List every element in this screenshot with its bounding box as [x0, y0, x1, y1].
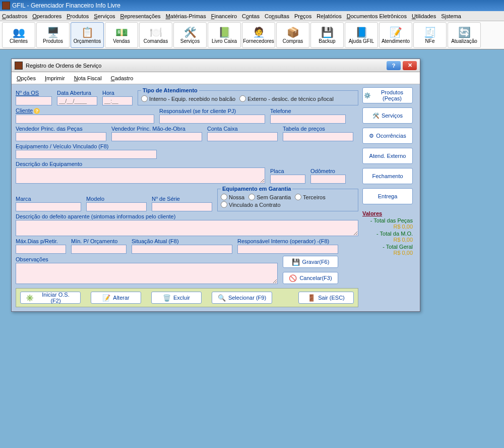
money-icon: 💵 [115, 26, 128, 38]
radio-interno[interactable]: Interno - Equip. recebido no balcão [141, 95, 235, 102]
alterar-button[interactable]: 📝Alterar [91, 292, 141, 304]
input-max-dias[interactable] [16, 245, 66, 254]
tool-orcamentos[interactable]: 📋Orçamentos [71, 22, 104, 48]
help-icon[interactable]: ? [34, 108, 40, 114]
dlg-menu-cadastro[interactable]: Cadastro [111, 75, 134, 81]
input-cliente[interactable] [16, 115, 154, 124]
tool-backup[interactable]: 💾Backup [310, 22, 344, 48]
input-sit-atual[interactable] [132, 245, 232, 254]
input-data-abertura[interactable] [57, 96, 97, 105]
menu-produtos[interactable]: Produtos [67, 13, 89, 19]
menu-contas[interactable]: Contas [242, 13, 260, 19]
menu-precos[interactable]: Preços [294, 13, 311, 19]
dlg-menu-opcoes[interactable]: Opções [17, 75, 36, 81]
side-entrega-button[interactable]: Entrega [362, 188, 413, 204]
iniciar-os-button[interactable]: ✳️Iniciar O.S. (F2) [20, 292, 81, 304]
clipboard-icon: 📋 [81, 26, 94, 38]
menu-utilidades[interactable]: Utilidades [412, 13, 436, 19]
lbl-modelo: Modelo [86, 196, 147, 202]
input-odometro[interactable] [310, 175, 346, 184]
lbl-cliente: Cliente? [16, 107, 154, 114]
lbl-tabela-precos: Tabela de preços [283, 126, 353, 132]
input-hora[interactable] [102, 96, 133, 105]
tool-servicos[interactable]: 🛠️Serviços [173, 22, 207, 48]
dialog-menu: Opções Imprimir Nota Fiscal Cadastro [12, 72, 420, 84]
main-menu-bar: Cadastros Operadores Produtos Serviços R… [0, 11, 504, 21]
lbl-hora: Hora [102, 90, 133, 96]
side-ocorrencias-button[interactable]: ⚙Ocorrências [362, 128, 413, 144]
input-tabela-precos[interactable] [283, 132, 353, 141]
dlg-menu-nota-fiscal[interactable]: Nota Fiscal [74, 75, 102, 81]
input-os-num[interactable] [16, 96, 52, 105]
input-desc-equip[interactable] [16, 167, 265, 184]
tool-fornecedores[interactable]: 🧑‍💼Fornecedores [242, 22, 275, 48]
legend-tipo-atendimento: Tipo de Atendimento [141, 87, 199, 93]
dialog-help-button[interactable]: ? [387, 61, 401, 70]
input-resp-interno[interactable] [237, 245, 338, 254]
menu-servicos[interactable]: Serviços [94, 13, 115, 19]
tool-livro-caixa[interactable]: 📗Livro Caixa [208, 22, 241, 48]
tool-atendimento[interactable]: 📝Atendimento [379, 22, 412, 48]
tool-clientes[interactable]: 👥Clientes [2, 22, 35, 48]
tool-ajuda[interactable]: 📘Ajuda GFIL [345, 22, 378, 48]
input-modelo[interactable] [86, 202, 147, 211]
tool-nfe[interactable]: 🧾NFe [413, 22, 447, 48]
side-servicos-button[interactable]: 🛠️Serviços [362, 107, 413, 124]
dlg-menu-imprimir[interactable]: Imprimir [45, 75, 65, 81]
input-vend-mo[interactable] [111, 132, 202, 141]
dialog-icon [15, 62, 23, 70]
valores-pecas-val: R$ 0,00 [362, 223, 413, 230]
menu-materias[interactable]: Matérias-Primas [166, 13, 206, 19]
input-min-orc[interactable] [71, 245, 127, 254]
menu-representacoes[interactable]: Representações [120, 13, 161, 19]
input-desc-defeito[interactable] [16, 220, 358, 236]
radio-gar-nossa[interactable]: Nossa [221, 194, 244, 200]
input-telefone[interactable] [270, 115, 346, 124]
radio-gar-sem[interactable]: Sem Garantia [248, 194, 291, 200]
tools-icon: 🛠️ [372, 113, 380, 119]
lbl-observacoes: Observações [16, 256, 278, 262]
tool-compras[interactable]: 📦Compras [276, 22, 309, 48]
menu-doc-eletronicos[interactable]: Documentos Eletrônicos [347, 13, 407, 19]
sair-button[interactable]: 🚪Sair (ESC) [298, 292, 354, 304]
menu-operadores[interactable]: Operadores [32, 13, 61, 19]
input-n-serie[interactable] [152, 202, 212, 211]
menu-relatorios[interactable]: Relatórios [317, 13, 342, 19]
cancel-button[interactable]: 🚫Cancelar(F3) [283, 272, 338, 284]
selecionar-button[interactable]: 🔍Selecionar (F9) [212, 292, 272, 304]
input-conta-caixa[interactable] [207, 132, 278, 141]
menu-cadastros[interactable]: Cadastros [2, 13, 27, 19]
tool-produtos[interactable]: 🖥️Produtos [36, 22, 70, 48]
trash-icon: 🗑️ [163, 294, 171, 302]
save-button[interactable]: 💾Gravar(F6) [283, 256, 338, 268]
lbl-resp-interno: Responsável Interno (operador) -(F8) [237, 238, 338, 244]
dialog-close-button[interactable]: ✕ [403, 61, 417, 70]
input-placa[interactable] [270, 175, 305, 184]
menu-financeiro[interactable]: Financeiro [211, 13, 237, 19]
input-responsavel-pj[interactable] [159, 115, 265, 124]
radio-gar-vinc[interactable]: Vinculado a Contrato [221, 201, 281, 208]
input-marca[interactable] [16, 202, 81, 211]
lbl-os-num: Nº da OS [16, 90, 52, 96]
excluir-button[interactable]: 🗑️Excluir [151, 292, 202, 304]
valores-geral-val: R$ 0,00 [362, 250, 413, 256]
input-observacoes[interactable] [16, 263, 278, 284]
side-atend-ext-button[interactable]: Atend. Externo [362, 148, 413, 164]
edit-icon: 📝 [102, 294, 110, 302]
valores-pecas-lbl: - Total das Peças [362, 217, 413, 223]
cancel-icon: 🚫 [289, 274, 297, 282]
computer-icon: 🖥️ [47, 26, 59, 38]
note-icon: 📝 [390, 26, 402, 38]
menu-consultas[interactable]: Consultas [265, 13, 289, 19]
radio-externo[interactable]: Externo - desloc. de técnico p/local [239, 95, 334, 102]
tool-vendas[interactable]: 💵Vendas [105, 22, 138, 48]
input-equip-vinc[interactable] [16, 150, 157, 159]
side-produtos-button[interactable]: ⚙️Produtos (Peças) [362, 87, 413, 103]
search-icon: 🔍 [218, 294, 226, 302]
input-vend-pecas[interactable] [16, 132, 106, 141]
tool-atualizacao[interactable]: 🔄Atualização [448, 22, 481, 48]
side-fechamento-button[interactable]: Fechamento [362, 168, 413, 184]
tool-comandas[interactable]: 🍽️Comandas [139, 22, 172, 48]
menu-sistema[interactable]: Sistema [441, 13, 461, 19]
radio-gar-terc[interactable]: Terceiros [295, 194, 326, 200]
